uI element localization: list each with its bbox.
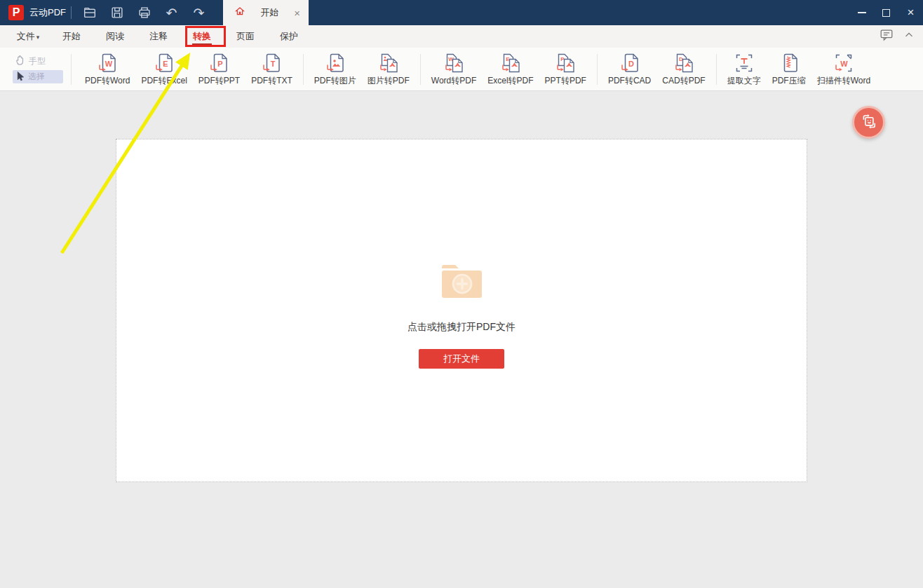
toolbar-group: PDF转图片 图片转PDF (309, 52, 415, 87)
svg-text:T: T (271, 59, 276, 67)
hand-icon (15, 55, 26, 68)
ppt-to-pdf-button[interactable]: P PPT转PDF (539, 52, 592, 87)
extract-text-button[interactable]: 提取文字 (722, 52, 767, 87)
menu-tab-read[interactable]: 阅读 (93, 25, 137, 48)
maximize-button[interactable] (874, 0, 898, 25)
toolbar-separator (303, 54, 304, 85)
toolbar-group: D PDF转CAD D CAD转PDF (602, 52, 711, 87)
folder-plus-icon (439, 263, 484, 302)
toolbar-button-label: PDF转Word (85, 75, 130, 87)
menu-tab-protect[interactable]: 保护 (267, 25, 311, 48)
pdf-compress-button[interactable]: PDF压缩 (767, 52, 811, 87)
collapse-ribbon-button[interactable] (901, 28, 917, 45)
pdf-to-ppt-button[interactable]: P PDF转PPT (193, 52, 245, 87)
print-icon (137, 5, 152, 20)
excel-to-pdf-icon: E (499, 52, 522, 74)
svg-text:W: W (840, 59, 848, 67)
toolbar-button-label: PDF压缩 (772, 75, 806, 87)
folder-open-icon (82, 5, 97, 20)
comment-button[interactable] (878, 28, 895, 45)
tab-close-icon[interactable]: × (294, 7, 300, 19)
menubar-right (878, 25, 917, 48)
svg-text:W: W (105, 59, 113, 67)
cad-to-pdf-icon: D (673, 52, 695, 74)
redo-icon: ↷ (194, 6, 205, 20)
dropzone[interactable]: 点击或拖拽打开PDF文件 打开文件 (116, 139, 807, 482)
quick-actions: ↶ ↷ (81, 0, 207, 25)
toolbar-button-label: Excel转PDF (487, 75, 533, 87)
minimize-button[interactable] (849, 0, 874, 25)
convert-assistant-icon (860, 112, 878, 133)
app-logo-icon: P (8, 5, 24, 20)
menu-tab-annotate[interactable]: 注释 (137, 25, 180, 48)
document-tab-home[interactable]: 开始 × (223, 0, 309, 25)
close-button[interactable]: × (898, 0, 923, 25)
close-icon: × (908, 6, 915, 20)
toolbar-button-label: PDF转TXT (251, 75, 292, 87)
pdf-to-txt-button[interactable]: T PDF转TXT (245, 52, 298, 87)
toolbar-button-label: PDF转PPT (198, 75, 240, 87)
toolbar-button-label: 提取文字 (727, 75, 761, 87)
toolbar-button-label: PDF转CAD (608, 75, 651, 87)
toolbar-separator (597, 54, 598, 85)
app-window: P 云动PDF (0, 0, 923, 588)
toolbar-button-label: Word转PDF (431, 75, 476, 87)
pdf-to-txt-icon: T (260, 52, 283, 74)
cad-to-pdf-button[interactable]: D CAD转PDF (656, 52, 710, 87)
menu-tab-home[interactable]: 开始 (50, 25, 93, 48)
pdf-to-excel-button[interactable]: E PDF转Excel (135, 52, 192, 87)
pointer-tools: 手型选择 (13, 55, 63, 83)
scan-to-word-icon: W (833, 52, 855, 74)
toolbar-button-label: PDF转Excel (141, 75, 187, 87)
toolbar-button-label: PPT转PDF (545, 75, 586, 87)
chevron-up-icon (903, 29, 915, 44)
toolbar-group: W PDF转WordE PDF转ExcelP PDF转PPTT PDF转TXT (79, 52, 298, 87)
save-icon (109, 5, 125, 20)
pdf-to-image-button[interactable]: PDF转图片 (309, 52, 362, 87)
menu-tab-file[interactable]: 文件▾ (6, 25, 50, 48)
convert-fab-button[interactable] (852, 106, 885, 139)
extract-text-icon (733, 52, 755, 74)
toolbar-button-label: PDF转图片 (314, 75, 356, 87)
minimize-icon (858, 12, 866, 13)
menu-tab-convert[interactable]: 转换 (180, 25, 224, 48)
tab-label: 开始 (245, 6, 294, 19)
select-tool-button[interactable]: 选择 (13, 70, 63, 83)
titlebar: P 云动PDF (0, 0, 923, 25)
toolbar-separator (71, 54, 72, 85)
toolbar-button-label: 扫描件转Word (817, 75, 870, 87)
undo-button[interactable]: ↶ (163, 5, 180, 21)
undo-icon: ↶ (166, 6, 177, 20)
tool-label: 手型 (29, 55, 46, 67)
toolbar-group: W Word转PDF E Excel转PDF P PPT转PDF (426, 52, 592, 87)
pdf-to-word-button[interactable]: W PDF转Word (79, 52, 135, 87)
scan-to-word-button[interactable]: W 扫描件转Word (811, 52, 876, 87)
redo-button[interactable]: ↷ (191, 5, 207, 21)
svg-text:E: E (163, 59, 168, 67)
pdf-to-image-icon (324, 52, 346, 74)
excel-to-pdf-button[interactable]: E Excel转PDF (482, 52, 539, 87)
menubar: 文件▾开始阅读注释转换页面保护 (0, 25, 923, 48)
caret-down-icon: ▾ (36, 34, 40, 41)
toolbar-separator (420, 54, 421, 85)
dropzone-hint: 点击或拖拽打开PDF文件 (407, 321, 516, 334)
pdf-to-cad-button[interactable]: D PDF转CAD (602, 52, 656, 87)
word-to-pdf-button[interactable]: W Word转PDF (426, 52, 482, 87)
open-file-button[interactable] (81, 5, 97, 21)
print-button[interactable] (136, 5, 152, 21)
toolbar-separator (716, 54, 717, 85)
open-file-dialog-button[interactable]: 打开文件 (419, 349, 504, 369)
toolbar-group: 提取文字 PDF压缩 W 扫描件转Word (722, 52, 876, 87)
titlebar-divider (71, 6, 72, 19)
toolbar-button-label: CAD转PDF (662, 75, 705, 87)
app-title: 云动PDF (29, 0, 66, 25)
save-button[interactable] (109, 5, 125, 21)
maximize-icon (882, 9, 890, 17)
svg-text:D: D (628, 59, 634, 67)
pdf-to-ppt-icon: P (208, 52, 230, 74)
hand-tool-button[interactable]: 手型 (13, 55, 63, 68)
image-to-pdf-button[interactable]: 图片转PDF (362, 52, 415, 87)
menu-tab-page[interactable]: 页面 (224, 25, 267, 48)
toolbar-groups: W PDF转WordE PDF转ExcelP PDF转PPTT PDF转TXT … (79, 52, 876, 87)
pdf-to-excel-icon: E (153, 52, 175, 74)
